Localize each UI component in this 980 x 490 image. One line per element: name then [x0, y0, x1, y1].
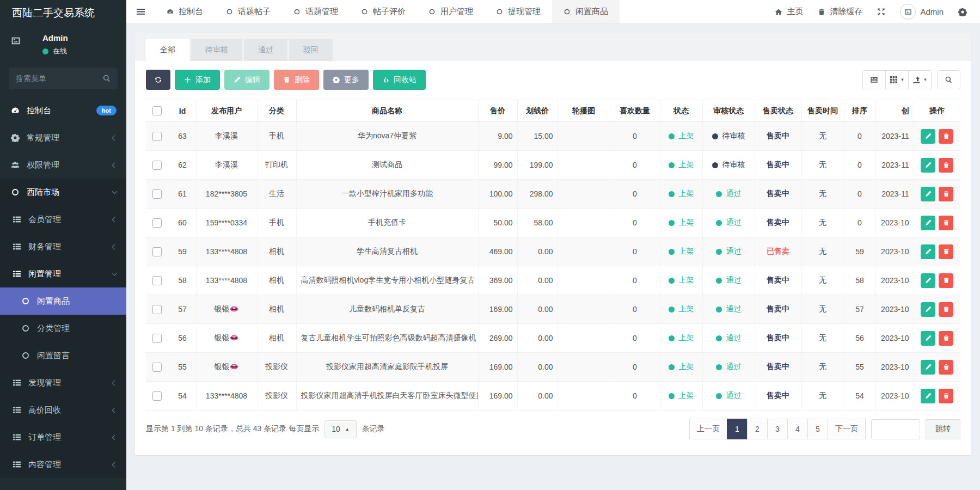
table-row: 63李溪溪手机华为nova7仲夏紫9.0015.000上架待审核售卖中无0202… [146, 122, 960, 151]
columns-button[interactable]: ▼ [885, 70, 909, 89]
row-checkbox[interactable] [152, 218, 162, 228]
page-button-2[interactable]: 2 [747, 419, 768, 439]
top-nav-withdraw-manage[interactable]: 提现管理 [485, 0, 552, 23]
row-checkbox[interactable] [152, 334, 162, 343]
cell-line-price: 0.00 [517, 295, 558, 324]
delete-button[interactable] [939, 273, 953, 288]
edit-button[interactable] [921, 216, 935, 230]
status-dot-icon [716, 278, 722, 284]
sidebar-item-idle-manage[interactable]: 闲置管理 [0, 260, 126, 287]
page-button-1[interactable]: 1 [727, 419, 748, 439]
page-button-5[interactable]: 5 [807, 419, 828, 439]
row-checkbox[interactable] [152, 247, 162, 256]
export-button[interactable]: ▼ [908, 70, 932, 89]
sidebar-item-content[interactable]: 内容管理 [0, 451, 126, 478]
menu-search-input[interactable] [9, 68, 118, 89]
account-menu[interactable]: Admin [900, 4, 944, 20]
user-avatar[interactable] [11, 33, 35, 57]
app-logo[interactable]: 西陆二手交易系统 [0, 0, 126, 26]
gear-icon [333, 76, 340, 83]
sidebar-item-orders[interactable]: 订单管理 [0, 424, 126, 451]
sidebar-item-permissions[interactable]: 权限管理 [0, 151, 126, 179]
delete-button[interactable] [939, 187, 953, 201]
tab-pending[interactable]: 待审核 [191, 39, 242, 61]
status-value: 通过 [716, 362, 742, 372]
sidebar-user-panel: Admin 在线 [0, 26, 126, 60]
select-all-checkbox[interactable] [152, 106, 162, 115]
top-nav-idle-goods[interactable]: 闲置商品 [552, 0, 620, 23]
row-checkbox[interactable] [152, 305, 162, 314]
refresh-button[interactable] [146, 70, 170, 90]
edit-button[interactable]: 编辑 [224, 70, 270, 90]
row-checkbox[interactable] [152, 161, 162, 170]
sidebar-item-dashboard[interactable]: 控制台hot [0, 97, 126, 124]
top-nav-topic-posts[interactable]: 话题帖子 [215, 0, 282, 23]
jump-button[interactable]: 跳转 [926, 419, 960, 439]
recycle-button[interactable]: 回收站 [373, 70, 426, 90]
add-button[interactable]: 添加 [175, 70, 220, 90]
delete-button[interactable] [939, 360, 953, 375]
table-search-button[interactable] [937, 70, 960, 89]
top-nav-topic-manage[interactable]: 话题管理 [282, 0, 350, 23]
page-button-4[interactable]: 4 [787, 419, 808, 439]
edit-button[interactable] [921, 129, 935, 144]
sidebar-item-finance[interactable]: 财务管理 [0, 233, 126, 260]
hamburger-menu-icon[interactable] [126, 0, 155, 23]
row-checkbox[interactable] [152, 189, 162, 199]
clear-cache-link[interactable]: 清除缓存 [818, 7, 862, 17]
prev-page-button[interactable]: 上一页 [689, 419, 727, 439]
home-link[interactable]: 主页 [775, 7, 803, 17]
sidebar-item-market[interactable]: 西陆市场 [0, 179, 126, 206]
sidebar-item-idle-message[interactable]: 闲置留言 [0, 342, 126, 369]
cell-carousel [558, 324, 610, 353]
delete-button[interactable] [939, 216, 953, 230]
delete-button[interactable] [939, 302, 953, 317]
row-checkbox[interactable] [152, 132, 162, 141]
cell-audit: 通过 [702, 180, 755, 209]
sidebar-item-members[interactable]: 会员管理 [0, 206, 126, 233]
sidebar-item-idle-goods[interactable]: 闲置商品 [0, 287, 126, 315]
edit-button[interactable] [921, 158, 935, 173]
pencil-icon [925, 335, 932, 341]
edit-button[interactable] [921, 389, 935, 403]
gauge-icon [10, 106, 20, 115]
edit-button[interactable] [921, 273, 935, 288]
delete-button[interactable] [939, 331, 953, 346]
sidebar-item-general[interactable]: 常规管理 [0, 124, 126, 151]
delete-button[interactable] [939, 129, 953, 144]
edit-button[interactable] [921, 331, 935, 346]
page-button-3[interactable]: 3 [767, 419, 788, 439]
jump-page-input[interactable] [871, 419, 920, 439]
edit-button[interactable] [921, 302, 935, 317]
detail-view-button[interactable] [862, 70, 886, 89]
delete-button[interactable] [939, 244, 953, 259]
row-checkbox[interactable] [152, 391, 162, 401]
top-nav-console[interactable]: 控制台 [155, 0, 215, 23]
fullscreen-icon[interactable] [877, 8, 885, 16]
delete-button[interactable] [939, 389, 953, 403]
edit-button[interactable] [921, 187, 935, 201]
cell-likes: 0 [610, 151, 660, 180]
row-checkbox[interactable] [152, 276, 162, 285]
page-size-select[interactable]: 10 ▲ [324, 420, 357, 438]
sidebar-item-discover[interactable]: 发现管理 [0, 369, 126, 396]
top-nav-user-manage[interactable]: 用户管理 [417, 0, 485, 23]
delete-button[interactable] [939, 158, 953, 173]
sidebar-item-label: 订单管理 [28, 432, 61, 443]
tab-rejected[interactable]: 驳回 [289, 39, 333, 61]
delete-button[interactable]: 删除 [274, 70, 319, 90]
sidebar-item-idle-category[interactable]: 分类管理 [0, 315, 126, 342]
edit-button[interactable] [921, 244, 935, 259]
tab-passed[interactable]: 通过 [244, 39, 287, 61]
cell-select [146, 151, 169, 180]
edit-button[interactable] [921, 360, 935, 375]
sidebar-item-high-recycle[interactable]: 高价回收 [0, 396, 126, 424]
row-checkbox[interactable] [152, 363, 162, 372]
cell-audit: 待审核 [702, 122, 755, 151]
more-button[interactable]: 更多 [323, 70, 369, 90]
caret-down-icon: ▼ [901, 77, 905, 82]
settings-gear-icon[interactable] [958, 8, 967, 16]
tab-all[interactable]: 全部 [146, 39, 189, 61]
top-nav-post-reviews[interactable]: 帖子评价 [350, 0, 417, 23]
next-page-button[interactable]: 下一页 [828, 419, 866, 439]
